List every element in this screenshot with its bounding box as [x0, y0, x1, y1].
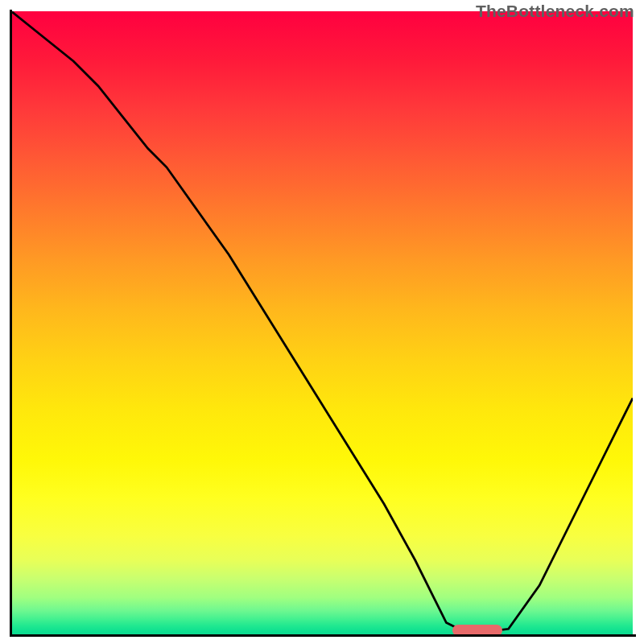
watermark-text: TheBottleneck.com	[476, 2, 634, 21]
chart-container: TheBottleneck.com	[0, 0, 644, 644]
x-axis	[10, 634, 636, 637]
y-axis	[10, 10, 12, 636]
curve-svg	[11, 11, 633, 635]
bottleneck-curve	[11, 11, 633, 632]
